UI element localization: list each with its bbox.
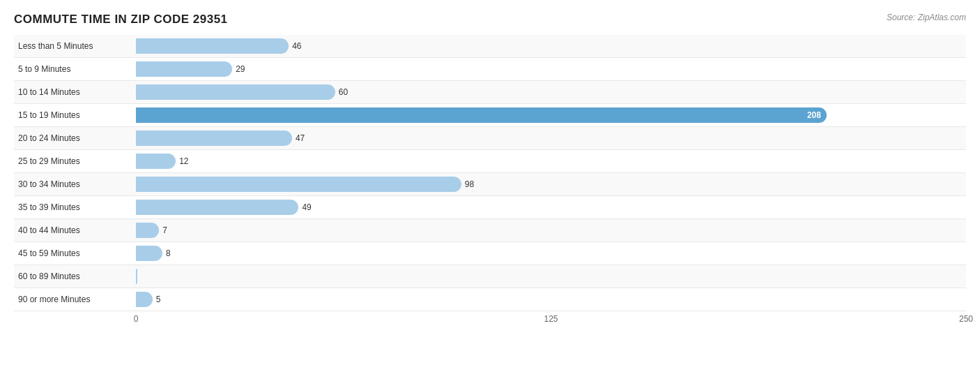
bar-row: 30 to 34 Minutes98 <box>14 173 966 196</box>
bar-track: 60 <box>136 81 966 103</box>
chart-body: Less than 5 Minutes465 to 9 Minutes2910 … <box>14 35 966 321</box>
bar-fill: 12 <box>136 154 176 169</box>
bar-value: 46 <box>292 41 301 51</box>
chart-source: Source: ZipAtlas.com <box>887 13 966 22</box>
x-tick: 125 <box>544 314 558 324</box>
bar-row: 90 or more Minutes5 <box>14 288 966 311</box>
bar-label: 30 to 34 Minutes <box>14 179 136 189</box>
bar-fill <box>136 269 137 284</box>
chart-container: COMMUTE TIME IN ZIP CODE 29351 Source: Z… <box>0 0 980 365</box>
bar-value: 208 <box>807 110 821 120</box>
bar-label: 40 to 44 Minutes <box>14 225 136 235</box>
bar-row: 45 to 59 Minutes8 <box>14 242 966 265</box>
bar-value: 5 <box>156 295 161 304</box>
bar-row: 15 to 19 Minutes208 <box>14 104 966 127</box>
x-tick: 0 <box>134 314 139 324</box>
bars-wrapper: Less than 5 Minutes465 to 9 Minutes2910 … <box>14 35 966 311</box>
bar-row: 25 to 29 Minutes12 <box>14 150 966 173</box>
bar-fill: 46 <box>136 38 289 54</box>
bar-track: 12 <box>136 150 966 172</box>
bar-fill: 5 <box>136 292 153 307</box>
bar-label: 10 to 14 Minutes <box>14 87 136 97</box>
bar-track: 29 <box>136 58 966 80</box>
x-tick: 250 <box>959 314 973 324</box>
bar-fill: 47 <box>136 131 292 146</box>
bar-value: 49 <box>302 202 311 212</box>
bar-track: 5 <box>136 288 966 311</box>
bar-value: 12 <box>179 156 188 166</box>
bar-fill: 60 <box>136 84 335 100</box>
bar-track: 8 <box>136 242 966 265</box>
bar-row: 40 to 44 Minutes7 <box>14 219 966 242</box>
bar-label: 45 to 59 Minutes <box>14 248 136 258</box>
bar-row: 35 to 39 Minutes49 <box>14 196 966 219</box>
bar-track: 47 <box>136 127 966 149</box>
bar-label: 35 to 39 Minutes <box>14 202 136 212</box>
bar-row: 60 to 89 Minutes <box>14 265 966 288</box>
bar-fill: 29 <box>136 61 232 77</box>
bar-fill: 208 <box>136 107 827 123</box>
chart-header: COMMUTE TIME IN ZIP CODE 29351 Source: Z… <box>14 13 966 27</box>
bar-label: 25 to 29 Minutes <box>14 156 136 166</box>
bar-track <box>136 265 966 288</box>
bar-row: Less than 5 Minutes46 <box>14 35 966 58</box>
bar-value: 60 <box>339 87 348 97</box>
bar-label: 20 to 24 Minutes <box>14 133 136 143</box>
bar-track: 49 <box>136 196 966 218</box>
bar-fill: 8 <box>136 246 162 261</box>
bar-label: 90 or more Minutes <box>14 295 136 304</box>
bar-label: 15 to 19 Minutes <box>14 110 136 120</box>
x-axis: 0125250 <box>14 314 966 328</box>
bars-container: Less than 5 Minutes465 to 9 Minutes2910 … <box>14 35 966 311</box>
bar-fill: 7 <box>136 223 159 238</box>
bar-row: 5 to 9 Minutes29 <box>14 58 966 81</box>
bar-fill: 49 <box>136 200 298 215</box>
x-axis-labels: 0125250 <box>136 314 966 328</box>
bar-label: 5 to 9 Minutes <box>14 64 136 74</box>
bar-value: 47 <box>296 133 305 143</box>
bar-value: 8 <box>166 248 171 258</box>
bar-track: 98 <box>136 173 966 195</box>
bar-label: 60 to 89 Minutes <box>14 271 136 281</box>
bar-label: Less than 5 Minutes <box>14 41 136 51</box>
chart-title: COMMUTE TIME IN ZIP CODE 29351 <box>14 13 228 27</box>
bar-value: 98 <box>465 179 474 189</box>
bar-row: 10 to 14 Minutes60 <box>14 81 966 104</box>
bar-value: 29 <box>236 64 245 74</box>
bar-value: 7 <box>162 225 167 235</box>
bar-track: 7 <box>136 219 966 241</box>
bar-track: 208 <box>136 104 966 126</box>
bar-track: 46 <box>136 35 966 57</box>
bar-fill: 98 <box>136 177 461 192</box>
bar-row: 20 to 24 Minutes47 <box>14 127 966 150</box>
